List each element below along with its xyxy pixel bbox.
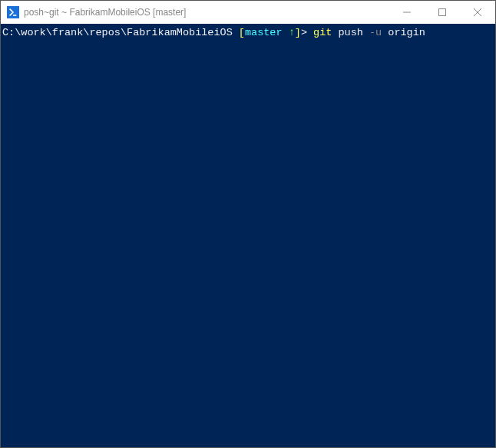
window-controls (389, 1, 495, 24)
window-titlebar[interactable]: posh~git ~ FabrikamMobileiOS [master] (1, 1, 495, 24)
prompt-delimiter: > (301, 27, 307, 38)
maximize-button[interactable] (425, 1, 460, 24)
prompt-path: C:\work\frank\repos\FabrikamMobileiOS (2, 27, 233, 38)
ahead-arrow-icon: ↑ (283, 27, 295, 38)
powershell-icon (7, 6, 19, 18)
minimize-button[interactable] (389, 1, 425, 24)
command-flag: -u (363, 27, 382, 38)
command-git: git (307, 27, 332, 38)
command-action: push (332, 27, 363, 38)
svg-rect-2 (439, 9, 446, 16)
terminal-body[interactable]: C:\work\frank\repos\FabrikamMobileiOS [m… (1, 24, 495, 447)
branch-close-bracket: ] (295, 27, 301, 38)
branch-name: master (245, 27, 283, 38)
close-button[interactable] (460, 1, 495, 24)
window-title: posh~git ~ FabrikamMobileiOS [master] (24, 7, 389, 18)
branch-open-bracket: [ (233, 27, 245, 38)
powershell-window: posh~git ~ FabrikamMobileiOS [master] C:… (0, 0, 496, 448)
prompt-line: C:\work\frank\repos\FabrikamMobileiOS [m… (2, 27, 425, 38)
command-remote: origin (382, 27, 425, 38)
